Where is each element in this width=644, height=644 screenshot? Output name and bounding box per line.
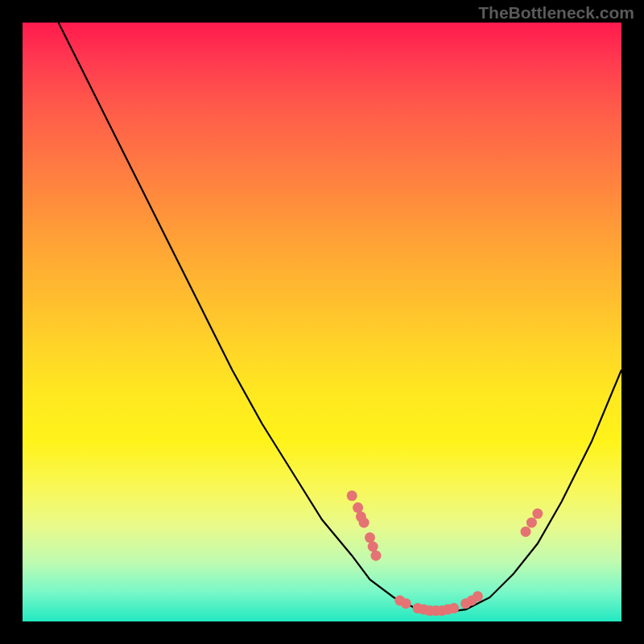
data-point <box>353 502 363 513</box>
data-point <box>521 526 531 537</box>
data-point <box>365 532 375 543</box>
data-point <box>347 490 357 501</box>
data-point <box>473 591 483 601</box>
data-points-group <box>347 490 543 616</box>
data-point <box>532 509 543 519</box>
watermark-text: TheBottleneck.com <box>478 3 634 23</box>
chart-svg <box>23 23 621 621</box>
data-point <box>401 598 411 609</box>
chart-plot-area <box>23 23 621 621</box>
data-point <box>526 518 537 528</box>
bottleneck-curve <box>59 23 621 613</box>
data-point <box>359 518 369 528</box>
data-point <box>368 542 378 552</box>
data-point <box>448 603 459 613</box>
data-point <box>371 551 382 561</box>
